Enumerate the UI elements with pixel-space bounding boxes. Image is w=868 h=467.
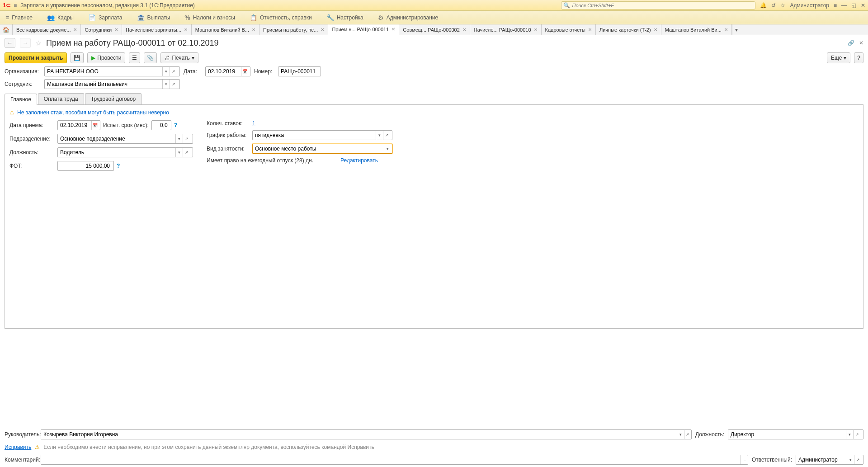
date-input[interactable]: [206, 67, 241, 76]
open-icon[interactable]: ↗: [183, 148, 190, 157]
menu-main[interactable]: ≡Главное: [3, 12, 35, 23]
employment-type-field[interactable]: ▾: [252, 144, 392, 154]
tab-item[interactable]: Маштанов Виталий Ви...✕: [661, 24, 732, 35]
open-icon[interactable]: ↗: [170, 67, 177, 76]
tab-item[interactable]: Все кадровые докуме...✕: [13, 24, 81, 35]
bell-icon[interactable]: 🔔: [760, 2, 767, 9]
menu-settings[interactable]: 🔧Настройка: [324, 12, 366, 23]
close-icon[interactable]: ✕: [114, 27, 118, 32]
employment-type-input[interactable]: [253, 144, 384, 153]
star-icon[interactable]: ☆: [780, 2, 785, 9]
menu-admin[interactable]: ⚙Администрирование: [375, 12, 441, 23]
print-button[interactable]: 🖨Печать▾: [160, 52, 198, 63]
position-input[interactable]: [58, 148, 175, 157]
close-icon[interactable]: ✕: [534, 27, 538, 32]
menu-payments[interactable]: 🏦Выплаты: [134, 12, 173, 23]
close-icon[interactable]: ✕: [462, 27, 466, 32]
tab-item-active[interactable]: Прием н... РАЩо-000011✕: [328, 24, 399, 35]
minimize-icon[interactable]: —: [841, 2, 847, 9]
close-icon[interactable]: ✕: [252, 27, 255, 32]
menu-taxes[interactable]: %Налоги и взносы: [182, 12, 238, 23]
rates-link[interactable]: 1: [252, 120, 255, 127]
close-page-icon[interactable]: ✕: [859, 40, 863, 46]
open-icon[interactable]: ↗: [170, 80, 177, 89]
close-icon[interactable]: ✕: [392, 27, 395, 32]
dropdown-icon[interactable]: ▾: [175, 134, 183, 143]
tab-contract[interactable]: Трудовой договор: [85, 93, 142, 104]
hire-date-input[interactable]: [58, 121, 91, 130]
close-icon[interactable]: ✕: [321, 27, 324, 32]
help-icon[interactable]: ?: [117, 163, 120, 169]
back-button[interactable]: ←: [5, 38, 15, 48]
fot-input[interactable]: [58, 161, 112, 170]
home-tab[interactable]: 🏠: [0, 24, 13, 35]
employee-input[interactable]: [45, 80, 162, 89]
dropdown-icon[interactable]: ▾: [384, 144, 391, 153]
calendar-icon[interactable]: 📅: [241, 67, 248, 76]
division-input[interactable]: [58, 134, 175, 143]
tab-item[interactable]: Сотрудники✕: [81, 24, 122, 35]
search-input[interactable]: [572, 3, 753, 8]
fot-field[interactable]: [57, 161, 114, 171]
close-icon[interactable]: ✕: [724, 27, 728, 32]
user-label[interactable]: Администратор: [790, 2, 829, 9]
settings-icon[interactable]: ≡: [834, 2, 837, 9]
close-icon[interactable]: ✕: [184, 27, 188, 32]
save-button[interactable]: 💾: [71, 52, 84, 63]
open-icon[interactable]: ↗: [183, 134, 190, 143]
tab-payment[interactable]: Оплата труда: [38, 93, 84, 104]
number-input[interactable]: [278, 67, 319, 76]
tab-item[interactable]: Кадровые отчеты✕: [542, 24, 596, 35]
probation-field[interactable]: [151, 120, 171, 130]
employee-field[interactable]: ▾ ↗: [44, 79, 180, 89]
menu-salary[interactable]: 📄Зарплата: [85, 12, 125, 23]
close-icon[interactable]: ✕: [654, 27, 657, 32]
tab-item[interactable]: Начисле... РАЩо-000010✕: [470, 24, 542, 35]
close-icon[interactable]: ✕: [73, 27, 77, 32]
number-field[interactable]: [278, 66, 321, 76]
date-field[interactable]: 📅: [205, 66, 250, 76]
tab-main[interactable]: Главное: [5, 94, 37, 105]
tab-item[interactable]: Приемы на работу, пе...✕: [259, 24, 328, 35]
history-icon[interactable]: ↺: [771, 2, 776, 9]
tab-item[interactable]: Совмещ... РАЩо-000002✕: [399, 24, 470, 35]
hire-date-field[interactable]: 📅: [57, 120, 100, 130]
menu-icon[interactable]: ≡: [14, 2, 17, 9]
forward-button[interactable]: →: [20, 38, 31, 48]
position-field[interactable]: ▾ ↗: [57, 147, 193, 157]
attach-button[interactable]: 📎: [144, 52, 157, 63]
global-search[interactable]: 🔍: [561, 1, 755, 9]
warning-link[interactable]: Не заполнен стаж, пособия могут быть рас…: [17, 109, 169, 116]
dropdown-icon[interactable]: ▾: [376, 131, 383, 140]
more-button[interactable]: Еще▾: [827, 52, 850, 63]
open-icon[interactable]: ↗: [383, 131, 390, 140]
calendar-icon[interactable]: 📅: [91, 121, 99, 130]
org-field[interactable]: ▾ ↗: [44, 66, 180, 76]
tab-item[interactable]: Начисление зарплаты...✕: [122, 24, 192, 35]
tab-item[interactable]: Маштанов Виталий В...✕: [192, 24, 259, 35]
schedule-field[interactable]: ▾ ↗: [252, 130, 392, 140]
probation-input[interactable]: [152, 121, 170, 130]
menu-reports[interactable]: 📋Отчетность, справки: [247, 12, 315, 23]
maximize-icon[interactable]: ◱: [851, 2, 856, 9]
close-window-icon[interactable]: ✕: [861, 2, 865, 9]
close-icon[interactable]: ✕: [588, 27, 592, 32]
menu-hr[interactable]: 👥Кадры: [44, 12, 76, 23]
dropdown-icon[interactable]: ▾: [175, 148, 183, 157]
help-icon[interactable]: ?: [174, 122, 177, 128]
edit-vacation-link[interactable]: Редактировать: [340, 157, 378, 164]
tab-item[interactable]: Личные карточки (Т-2)✕: [596, 24, 661, 35]
structure-button[interactable]: ☰: [129, 52, 140, 63]
org-input[interactable]: [45, 67, 162, 76]
favorite-star-icon[interactable]: ☆: [35, 39, 42, 47]
post-button[interactable]: ▶Провести: [87, 52, 125, 63]
help-button[interactable]: ?: [854, 52, 863, 63]
schedule-input[interactable]: [253, 131, 376, 140]
tabs-overflow[interactable]: ▾: [732, 24, 741, 35]
document-icon: 📄: [88, 14, 96, 21]
dropdown-icon[interactable]: ▾: [162, 80, 170, 89]
link-icon[interactable]: 🔗: [848, 40, 854, 46]
dropdown-icon[interactable]: ▾: [162, 67, 170, 76]
post-and-close-button[interactable]: Провести и закрыть: [5, 52, 67, 63]
division-field[interactable]: ▾ ↗: [57, 134, 193, 144]
